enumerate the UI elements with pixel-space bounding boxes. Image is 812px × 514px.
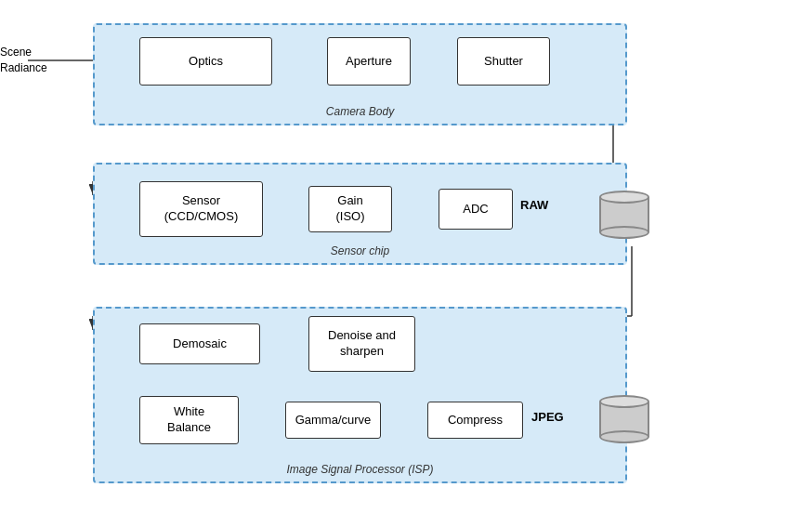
optics-block: Optics bbox=[139, 37, 272, 86]
adc-block: ADC bbox=[439, 189, 513, 230]
white-balance-block: White Balance bbox=[139, 396, 239, 444]
sensor-block: Sensor (CCD/CMOS) bbox=[139, 181, 263, 237]
gain-block: Gain (ISO) bbox=[308, 186, 392, 232]
denoise-block: Denoise and sharpen bbox=[308, 316, 415, 372]
compress-block: Compress bbox=[427, 402, 523, 439]
diagram: Scene Radiance Camera Body Optics Apertu… bbox=[0, 0, 812, 514]
aperture-block: Aperture bbox=[327, 37, 411, 86]
raw-label: RAW bbox=[520, 198, 548, 212]
scene-radiance-label: Scene Radiance bbox=[0, 45, 26, 76]
sensor-chip-label: Sensor chip bbox=[331, 244, 389, 257]
gamma-block: Gamma/curve bbox=[285, 402, 381, 439]
raw-cylinder bbox=[599, 184, 649, 245]
camera-body-label: Camera Body bbox=[326, 105, 394, 118]
jpeg-label: JPEG bbox=[531, 410, 564, 424]
jpeg-cylinder bbox=[599, 389, 649, 450]
isp-label: Image Signal Processor (ISP) bbox=[286, 463, 433, 476]
demosaic-block: Demosaic bbox=[139, 323, 260, 364]
shutter-block: Shutter bbox=[457, 37, 550, 86]
